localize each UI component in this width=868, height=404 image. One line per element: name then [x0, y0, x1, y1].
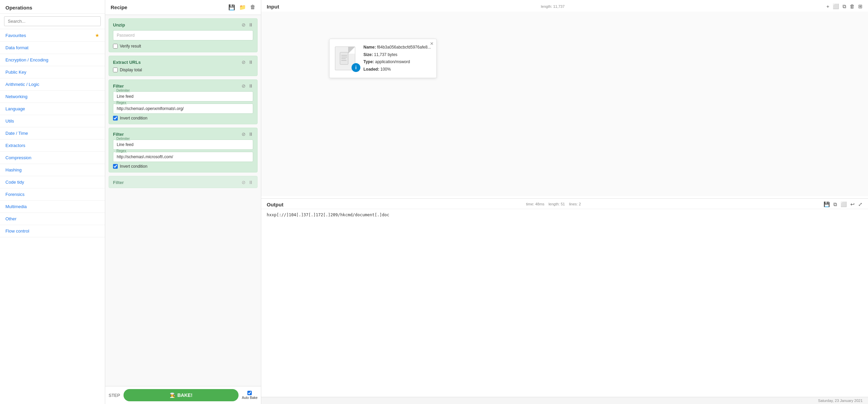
step-unzip-pause-icon[interactable]: ⏸: [248, 22, 253, 27]
output-length-value: 51: [561, 202, 565, 206]
filter-2-invert-checkbox[interactable]: [113, 164, 118, 169]
step-extract-urls-header: Extract URLs ⊘ ⏸: [113, 59, 253, 65]
sidebar-item-date-time[interactable]: Date / Time: [0, 127, 105, 140]
filter-2-delimiter-label: Delimiter: [116, 137, 130, 141]
step-unzip: Unzip ⊘ ⏸ Verify result: [109, 18, 258, 52]
sidebar-item-encryption-encoding[interactable]: Encryption / Encoding: [0, 54, 105, 66]
unzip-verify-label: Verify result: [120, 44, 141, 49]
step-filter-1-pause-icon[interactable]: ⏸: [248, 83, 253, 89]
io-area: Input length: 11,737 + ⬜ ⧉ 🗑 ⊞ ✕: [261, 0, 868, 397]
step-filter-3-disable-icon[interactable]: ⊘: [242, 180, 246, 185]
step-extract-urls-controls: ⊘ ⏸: [242, 59, 253, 65]
step-unzip-controls: ⊘ ⏸: [242, 22, 253, 27]
output-undo-icon[interactable]: ↩: [850, 201, 855, 207]
file-size-value: 11,737 bytes: [374, 52, 397, 57]
sidebar-item-data-format[interactable]: Data format: [0, 42, 105, 54]
recipe-panel: Recipe 💾 📁 🗑 Unzip ⊘ ⏸ Verify result: [105, 0, 261, 404]
auto-bake-checkbox[interactable]: [247, 391, 252, 395]
filter-1-invert-checkbox[interactable]: [113, 116, 118, 121]
filter-2-delimiter-input[interactable]: [113, 140, 253, 150]
sidebar-item-other[interactable]: Other: [0, 213, 105, 225]
file-loaded-key: Loaded:: [363, 67, 380, 72]
step-filter-2-pause-icon[interactable]: ⏸: [248, 131, 253, 137]
filter-1-delimiter-input[interactable]: [113, 91, 253, 102]
sidebar-item-public-key[interactable]: Public Key: [0, 66, 105, 78]
recipe-footer: STEP 🧑‍🍳 BAKE! Auto Bake: [105, 386, 261, 404]
step-filter-3-pause-icon[interactable]: ⏸: [248, 180, 253, 185]
right-panel: Input length: 11,737 + ⬜ ⧉ 🗑 ⊞ ✕: [261, 0, 868, 404]
step-unzip-title: Unzip: [113, 22, 125, 27]
filter-1-regex-input[interactable]: [113, 104, 253, 114]
filter-2-invert-row: Invert condition: [113, 164, 253, 169]
sidebar-item-utils[interactable]: Utils: [0, 115, 105, 127]
file-size-key: Size:: [363, 52, 374, 57]
output-length-label: length:: [548, 202, 561, 206]
input-header: Input length: 11,737 + ⬜ ⧉ 🗑 ⊞: [261, 0, 868, 12]
sidebar-item-hashing[interactable]: Hashing: [0, 164, 105, 176]
filter-1-invert-row: Invert condition: [113, 116, 253, 121]
bake-button[interactable]: 🧑‍🍳 BAKE!: [124, 389, 239, 401]
output-copy-icon[interactable]: ⧉: [833, 201, 837, 207]
filter-2-regex-input[interactable]: [113, 152, 253, 162]
filter-2-delimiter-wrap: Delimiter: [113, 140, 253, 150]
file-name-row: Name: f84b3a056abcbcfd5976afe8...: [363, 44, 431, 51]
sidebar-item-flow-control[interactable]: Flow control: [0, 225, 105, 237]
step-filter-3: Filter ⊘ ⏸: [109, 176, 258, 188]
step-filter-2-disable-icon[interactable]: ⊘: [242, 131, 246, 137]
input-title: Input: [267, 4, 279, 10]
step-filter-2-title: Filter: [113, 132, 124, 137]
extract-urls-display-total-checkbox[interactable]: [113, 68, 118, 72]
step-filter-1-disable-icon[interactable]: ⊘: [242, 83, 246, 89]
output-meta: time: 48ms length: 51 lines: 2: [526, 201, 581, 207]
recipe-trash-icon[interactable]: 🗑: [250, 4, 256, 11]
step-filter-2: Filter ⊘ ⏸ Delimiter Regex Invert condit…: [109, 128, 258, 172]
unzip-verify-row: Verify result: [113, 44, 253, 49]
step-filter-2-controls: ⊘ ⏸: [242, 131, 253, 137]
file-type-value: application/msword: [375, 59, 410, 64]
step-filter-1-title: Filter: [113, 84, 124, 89]
recipe-header: Recipe 💾 📁 🗑: [105, 0, 261, 15]
filter-2-invert-label: Invert condition: [120, 164, 147, 169]
output-split-icon[interactable]: ⬜: [841, 201, 847, 207]
file-details: Name: f84b3a056abcbcfd5976afe8... Size: …: [363, 44, 431, 73]
sidebar-item-arithmetic-logic[interactable]: Arithmetic / Logic: [0, 78, 105, 91]
unzip-verify-checkbox[interactable]: [113, 44, 118, 49]
left-panel: Operations Favourites★Data formatEncrypt…: [0, 0, 105, 404]
step-extract-urls-disable-icon[interactable]: ⊘: [242, 59, 246, 65]
favourites-star-icon: ★: [95, 33, 99, 38]
step-extract-urls: Extract URLs ⊘ ⏸ Display total: [109, 56, 258, 76]
step-unzip-disable-icon[interactable]: ⊘: [242, 22, 246, 27]
recipe-save-icon[interactable]: 💾: [228, 4, 235, 11]
file-name-key: Name:: [363, 45, 377, 50]
sidebar-item-extractors[interactable]: Extractors: [0, 140, 105, 152]
sidebar-item-code-tidy[interactable]: Code tidy: [0, 176, 105, 188]
input-window-icon[interactable]: ⬜: [833, 3, 839, 10]
step-filter-3-controls: ⊘ ⏸: [242, 180, 253, 185]
sidebar-item-networking[interactable]: Networking: [0, 91, 105, 103]
sidebar-item-forensics[interactable]: Forensics: [0, 188, 105, 201]
file-tooltip-close-button[interactable]: ✕: [430, 41, 434, 46]
input-split-icon[interactable]: ⧉: [843, 3, 846, 10]
recipe-folder-icon[interactable]: 📁: [239, 4, 246, 11]
input-add-icon[interactable]: +: [826, 3, 829, 10]
panel-title: Operations: [0, 0, 105, 14]
sidebar-item-multimedia[interactable]: Multimedia: [0, 201, 105, 213]
output-maximize-icon[interactable]: ⤢: [858, 201, 863, 207]
output-time-value: 48ms: [535, 202, 544, 206]
step-extract-urls-pause-icon[interactable]: ⏸: [248, 59, 253, 65]
input-trash-icon[interactable]: 🗑: [850, 3, 855, 10]
input-area: Input length: 11,737 + ⬜ ⧉ 🗑 ⊞ ✕: [261, 0, 868, 199]
file-icon-wrap: i: [335, 47, 359, 70]
filter-1-invert-label: Invert condition: [120, 116, 147, 121]
sidebar-item-compression[interactable]: Compression: [0, 152, 105, 164]
sidebar-item-favourites[interactable]: Favourites★: [0, 29, 105, 42]
input-grid-icon[interactable]: ⊞: [858, 3, 863, 10]
unzip-password-input[interactable]: [113, 30, 253, 40]
input-content: ✕ i: [261, 12, 868, 196]
output-header: Output time: 48ms length: 51 lines: 2 💾 …: [261, 199, 868, 209]
output-save-icon[interactable]: 💾: [824, 201, 830, 207]
search-input[interactable]: [4, 16, 101, 26]
sidebar-item-language[interactable]: Language: [0, 103, 105, 115]
step-extract-urls-title: Extract URLs: [113, 60, 141, 65]
output-header-icons: 💾 ⧉ ⬜ ↩ ⤢: [824, 201, 863, 207]
